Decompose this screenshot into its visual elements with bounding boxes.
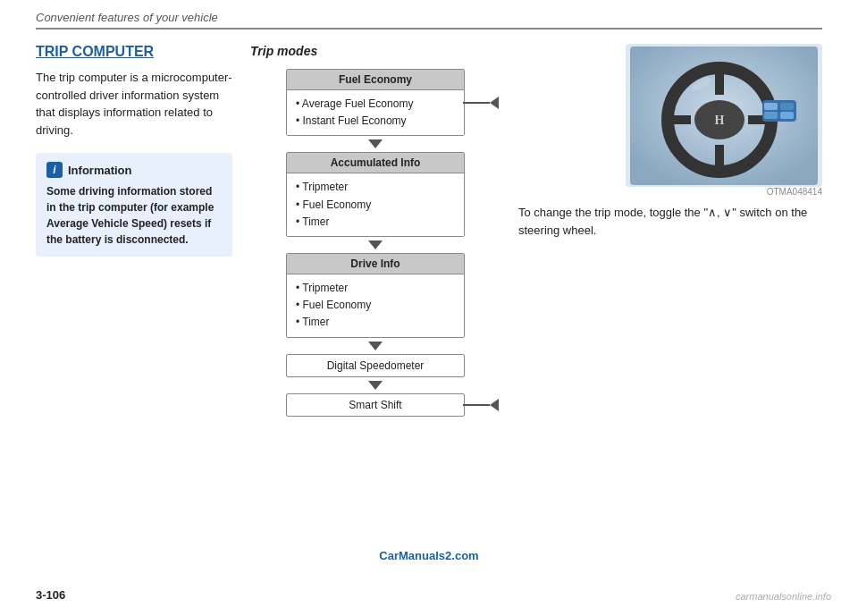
svg-text:H: H [715, 114, 725, 127]
arrow-1 [250, 136, 500, 152]
watermark-carmanuals: CarManuals2.com [379, 549, 478, 562]
main-content: TRIP COMPUTER The trip computer is a mic… [36, 44, 822, 417]
page-number-text: 3-106 [36, 588, 65, 602]
drive-info-row: Drive Info • Tripmeter• Fuel Economy• Ti… [250, 253, 500, 338]
accumulated-info-row: Accumulated Info • Tripmeter• Fuel Econo… [250, 152, 500, 237]
digital-speedometer-box: Digital Speedometer [286, 354, 465, 377]
info-box-header: i Information [46, 162, 222, 178]
arrow-3 [250, 338, 500, 354]
information-box: i Information Some driving information s… [36, 153, 232, 257]
intro-text: The trip computer is a microcomputer-con… [36, 69, 232, 139]
info-box-body: Some driving information stored in the t… [46, 183, 222, 248]
fuel-economy-header: Fuel Economy [287, 70, 464, 90]
digital-speedometer-row: Digital Speedometer [250, 354, 500, 377]
trip-modes-title: Trip modes [250, 44, 500, 58]
info-box-title: Information [68, 164, 132, 177]
steering-image-container: H OTMA048414 [518, 44, 822, 197]
fuel-economy-box: Fuel Economy • Average Fuel Economy• Ins… [286, 69, 465, 136]
page-header: Convenient features of your vehicle [36, 11, 822, 30]
fuel-economy-arrow [490, 97, 499, 109]
header-title: Convenient features of your vehicle [36, 11, 218, 24]
accumulated-info-header: Accumulated Info [287, 153, 464, 173]
middle-column: Trip modes Fuel Economy • Average Fuel E… [250, 44, 500, 417]
right-column: H OTMA048414 To change the trip mode, t [518, 44, 822, 239]
svg-rect-10 [780, 103, 794, 110]
watermark-carmanualsonline: carmanualsonline.info [736, 591, 831, 602]
svg-rect-11 [764, 112, 778, 119]
fuel-economy-row: Fuel Economy • Average Fuel Economy• Ins… [250, 69, 500, 136]
accumulated-info-body: • Tripmeter• Fuel Economy• Timer [287, 173, 464, 236]
page-number: 3-106 [36, 588, 65, 602]
page-container: Convenient features of your vehicle TRIP… [0, 0, 858, 616]
trip-modes-diagram: Fuel Economy • Average Fuel Economy• Ins… [250, 69, 500, 417]
smart-shift-box: Smart Shift [286, 393, 465, 417]
steering-wheel-svg: H [630, 46, 818, 185]
left-column: TRIP COMPUTER The trip computer is a mic… [36, 44, 232, 267]
arrow-2 [250, 237, 500, 253]
arrow-4 [250, 377, 500, 393]
drive-info-body: • Tripmeter• Fuel Economy• Timer [287, 274, 464, 337]
right-description: To change the trip mode, toggle the "∧, … [518, 204, 822, 239]
info-icon: i [46, 162, 63, 178]
section-title: TRIP COMPUTER [36, 44, 232, 60]
svg-rect-12 [780, 112, 794, 119]
accumulated-info-box: Accumulated Info • Tripmeter• Fuel Econo… [286, 152, 465, 237]
drive-info-box: Drive Info • Tripmeter• Fuel Economy• Ti… [286, 253, 465, 338]
image-caption: OTMA048414 [518, 187, 822, 197]
smart-shift-arrow [490, 399, 499, 411]
svg-rect-9 [764, 103, 778, 110]
drive-info-header: Drive Info [287, 254, 464, 274]
steering-image: H [626, 44, 822, 187]
smart-shift-row: Smart Shift [250, 393, 500, 417]
fuel-economy-body: • Average Fuel Economy• Instant Fuel Eco… [287, 90, 464, 135]
